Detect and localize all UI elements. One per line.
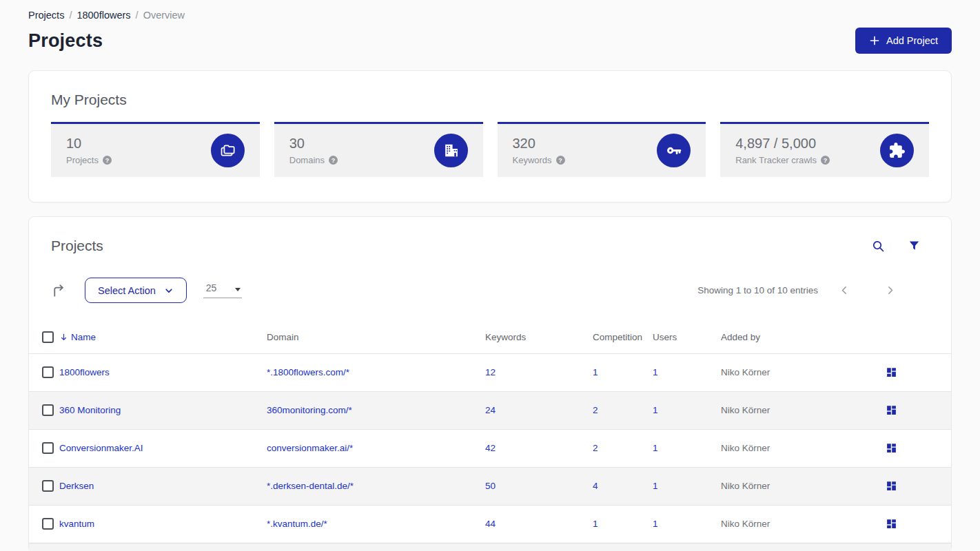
stat-card-crawls: 4,897 / 5,000 Rank Tracker crawls bbox=[720, 122, 929, 177]
export-arrow-icon[interactable] bbox=[51, 282, 67, 298]
competition-count-link[interactable]: 1 bbox=[593, 367, 598, 377]
users-count-link[interactable]: 1 bbox=[653, 519, 658, 529]
help-icon[interactable] bbox=[329, 156, 338, 165]
puzzle-icon bbox=[880, 134, 914, 167]
keywords-count-link[interactable]: 42 bbox=[485, 443, 496, 453]
select-all-checkbox[interactable] bbox=[42, 331, 54, 343]
competition-count-link[interactable]: 2 bbox=[593, 405, 598, 415]
keywords-count-link[interactable]: 44 bbox=[485, 519, 496, 529]
search-icon[interactable] bbox=[871, 239, 886, 253]
project-domain-link[interactable]: conversionmaker.ai/* bbox=[267, 443, 353, 453]
keywords-count: 320 bbox=[513, 136, 565, 152]
stat-card-keywords: 320 Keywords bbox=[498, 122, 706, 177]
row-checkbox[interactable] bbox=[42, 518, 54, 530]
table-row: Derksen *.derksen-dental.de/* 50 4 1 Nik… bbox=[29, 467, 951, 505]
project-domain-link[interactable]: *.kvantum.de/* bbox=[267, 519, 327, 529]
stat-card-domains: 30 Domains bbox=[274, 122, 483, 177]
page: Projects / 1800flowers / Overview Projec… bbox=[0, 0, 980, 551]
competition-count-link[interactable]: 1 bbox=[593, 519, 598, 529]
my-projects-title: My Projects bbox=[51, 92, 929, 108]
filter-icon[interactable] bbox=[908, 239, 921, 253]
keywords-count-link[interactable]: 12 bbox=[485, 367, 496, 377]
help-icon[interactable] bbox=[103, 156, 112, 165]
dashboard-icon[interactable] bbox=[886, 480, 897, 492]
help-icon[interactable] bbox=[556, 156, 565, 165]
added-by-text: Niko Körner bbox=[721, 429, 857, 467]
keywords-count-link[interactable]: 24 bbox=[485, 405, 496, 415]
dropdown-arrow-icon bbox=[235, 288, 241, 291]
keywords-count-link[interactable]: 50 bbox=[485, 481, 496, 491]
users-count-link[interactable]: 1 bbox=[653, 405, 658, 415]
project-domain-link[interactable]: 360monitoring.com/* bbox=[267, 405, 352, 415]
building-icon bbox=[434, 134, 468, 167]
project-name-link[interactable]: Derksen bbox=[59, 481, 94, 491]
projects-count: 10 bbox=[66, 136, 112, 152]
project-name-link[interactable]: 1800flowers bbox=[59, 367, 110, 377]
sort-desc-icon bbox=[59, 333, 68, 342]
added-by-text: Niko Körner bbox=[721, 353, 857, 391]
add-project-button[interactable]: Add Project bbox=[855, 28, 952, 54]
table-row: kvantum *.kvantum.de/* 44 1 1 Niko Körne… bbox=[29, 505, 951, 543]
column-header-added-by[interactable]: Added by bbox=[721, 322, 857, 353]
next-page-icon[interactable] bbox=[879, 282, 901, 299]
projects-stack-icon bbox=[211, 134, 245, 167]
column-header-keywords[interactable]: Keywords bbox=[485, 322, 593, 353]
project-name-link[interactable]: 360 Monitoring bbox=[59, 405, 121, 415]
table-header-row: Name Domain Keywords Competition Users A… bbox=[29, 322, 951, 353]
row-checkbox[interactable] bbox=[42, 404, 54, 416]
column-header-domain[interactable]: Domain bbox=[267, 322, 485, 353]
column-header-competition[interactable]: Competition bbox=[593, 322, 653, 353]
competition-count-link[interactable]: 4 bbox=[593, 481, 598, 491]
project-domain-link[interactable]: *.1800flowers.com/* bbox=[267, 367, 349, 377]
projects-table: Name Domain Keywords Competition Users A… bbox=[29, 322, 951, 543]
row-checkbox[interactable] bbox=[42, 480, 54, 492]
domains-count: 30 bbox=[289, 136, 338, 152]
dashboard-icon[interactable] bbox=[886, 518, 897, 530]
help-icon[interactable] bbox=[821, 156, 830, 165]
dashboard-icon[interactable] bbox=[886, 442, 897, 454]
stats-row: 10 Projects 30 Domain bbox=[51, 122, 929, 177]
dashboard-icon[interactable] bbox=[886, 404, 897, 416]
added-by-text: Niko Körner bbox=[721, 467, 857, 505]
select-action-dropdown[interactable]: Select Action bbox=[85, 278, 187, 303]
projects-card: Projects bbox=[28, 216, 952, 551]
breadcrumb-item-1800flowers[interactable]: 1800flowers bbox=[76, 10, 130, 21]
breadcrumb-separator: / bbox=[69, 10, 72, 21]
breadcrumb-item-overview: Overview bbox=[143, 10, 185, 21]
column-header-name[interactable]: Name bbox=[59, 332, 267, 342]
page-size-select[interactable]: 25 bbox=[203, 282, 242, 298]
users-count-link[interactable]: 1 bbox=[653, 367, 658, 377]
dashboard-icon[interactable] bbox=[886, 366, 897, 378]
competition-count-link[interactable]: 2 bbox=[593, 443, 598, 453]
next-row-partial bbox=[29, 543, 951, 551]
select-action-label: Select Action bbox=[98, 285, 156, 296]
previous-page-icon[interactable] bbox=[833, 282, 856, 299]
projects-table-title: Projects bbox=[51, 238, 103, 254]
breadcrumb: Projects / 1800flowers / Overview bbox=[28, 0, 952, 21]
page-title: Projects bbox=[28, 30, 103, 52]
my-projects-card: My Projects 10 Projects bbox=[28, 70, 952, 202]
row-checkbox[interactable] bbox=[42, 366, 54, 378]
project-name-link[interactable]: kvantum bbox=[59, 519, 94, 529]
column-header-users[interactable]: Users bbox=[653, 322, 721, 353]
breadcrumb-item-projects[interactable]: Projects bbox=[28, 10, 64, 21]
row-checkbox[interactable] bbox=[42, 442, 54, 454]
stat-card-projects: 10 Projects bbox=[51, 122, 260, 177]
project-name-link[interactable]: Conversionmaker.AI bbox=[59, 443, 143, 453]
key-icon bbox=[657, 134, 691, 167]
breadcrumb-separator: / bbox=[136, 10, 139, 21]
project-domain-link[interactable]: *.derksen-dental.de/* bbox=[267, 481, 354, 491]
add-project-label: Add Project bbox=[886, 35, 938, 46]
added-by-text: Niko Körner bbox=[721, 391, 857, 429]
showing-entries-text: Showing 1 to 10 of 10 entries bbox=[697, 285, 818, 295]
chevron-down-icon bbox=[164, 286, 174, 295]
users-count-link[interactable]: 1 bbox=[653, 481, 658, 491]
table-row: 360 Monitoring 360monitoring.com/* 24 2 … bbox=[29, 391, 951, 429]
plus-icon bbox=[869, 35, 880, 46]
page-size-value: 25 bbox=[206, 282, 217, 293]
users-count-link[interactable]: 1 bbox=[653, 443, 658, 453]
keywords-label: Keywords bbox=[513, 155, 552, 165]
crawls-label: Rank Tracker crawls bbox=[735, 155, 817, 165]
table-row: 1800flowers *.1800flowers.com/* 12 1 1 N… bbox=[29, 353, 951, 391]
domains-label: Domains bbox=[289, 155, 325, 165]
